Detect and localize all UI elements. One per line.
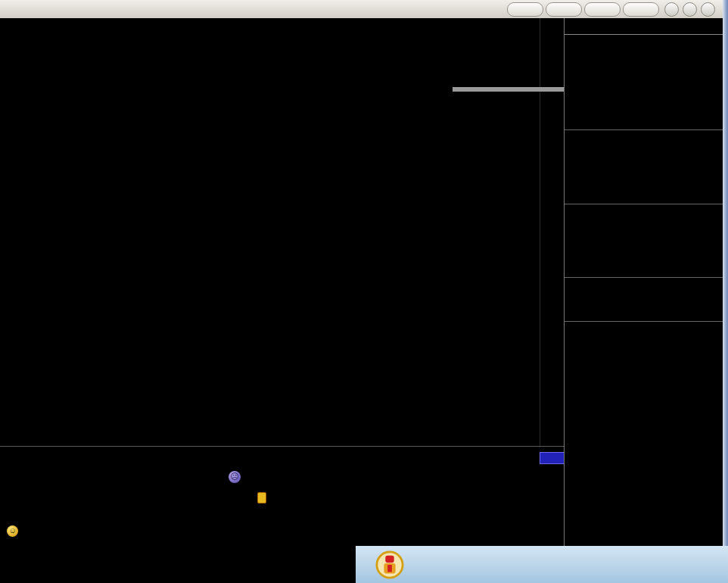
divider [565,321,723,322]
nav-website-button[interactable] [623,2,659,17]
smiley-face-icon: ☺ [7,525,18,537]
close-icon[interactable] [701,2,715,17]
minimize-icon[interactable] [664,2,679,17]
weibi-row [565,36,723,49]
site-logo-icon [375,550,404,579]
sad-face-icon: ☹ [229,471,241,483]
nav-news-button[interactable] [546,2,582,17]
window-edge [723,0,728,583]
price-axis [540,18,565,447]
gap-level-bar [453,87,564,92]
flow-selected-value [540,452,566,464]
divider [565,129,723,130]
pane-divider [0,446,564,447]
divider [565,277,723,278]
signal-icon [257,492,266,504]
nav-trade-button[interactable] [584,2,621,17]
quote-panel [564,18,723,583]
divider [565,204,723,204]
nav-quotes-button[interactable] [507,2,543,17]
candlestick-svg [0,18,540,447]
watermark-banner [356,546,728,583]
stock-app-window: ☹ ☺ [0,0,728,583]
main-candlestick-chart[interactable] [0,18,540,447]
stock-title [565,18,723,35]
titlebar [0,0,728,19]
indicator-header [0,447,540,460]
restore-icon[interactable] [683,2,697,17]
